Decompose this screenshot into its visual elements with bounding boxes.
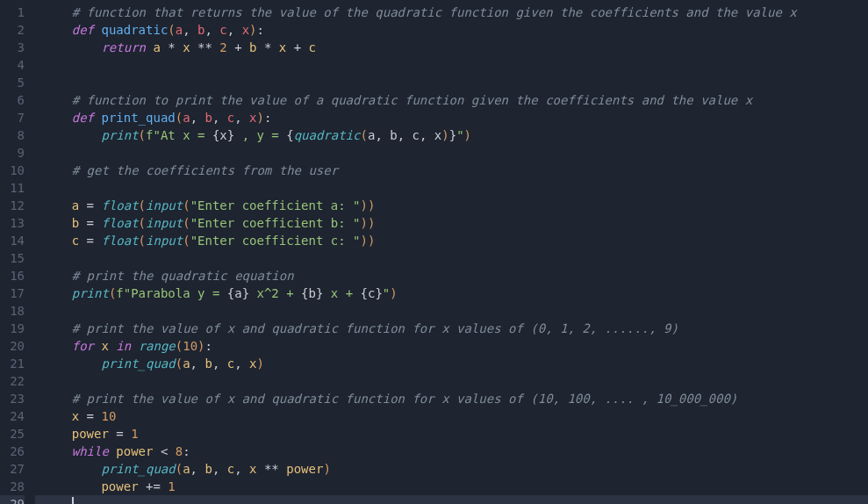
- line-number: 13: [0, 214, 25, 232]
- code-line[interactable]: c = float(input("Enter coefficient c: ")…: [35, 232, 868, 249]
- code-line[interactable]: print_quad(a, b, c, x): [35, 355, 868, 372]
- code-line[interactable]: power += 1: [35, 478, 868, 495]
- code-line[interactable]: [35, 495, 868, 504]
- line-number: 1: [0, 4, 25, 21]
- code-line[interactable]: for x in range(10):: [35, 337, 868, 355]
- code-line[interactable]: [35, 56, 868, 74]
- line-number: 21: [0, 355, 25, 372]
- line-number: 11: [0, 179, 25, 197]
- line-number: 29: [0, 495, 25, 504]
- line-number: 25: [0, 425, 25, 443]
- line-number: 17: [0, 284, 25, 302]
- code-line[interactable]: def print_quad(a, b, c, x):: [35, 109, 868, 126]
- code-line[interactable]: [35, 74, 868, 91]
- code-line[interactable]: [35, 144, 868, 162]
- line-number: 7: [0, 109, 25, 126]
- line-number-gutter: 1234567891011121314151617181920212223242…: [0, 4, 35, 500]
- line-number: 22: [0, 372, 25, 390]
- line-number: 6: [0, 91, 25, 109]
- line-number: 14: [0, 232, 25, 249]
- code-line[interactable]: print_quad(a, b, c, x ** power): [35, 460, 868, 478]
- line-number: 23: [0, 390, 25, 407]
- code-line[interactable]: # print the value of x and quadratic fun…: [35, 320, 868, 337]
- line-number: 19: [0, 320, 25, 337]
- code-line[interactable]: power = 1: [35, 425, 868, 443]
- code-line[interactable]: [35, 249, 868, 267]
- code-line[interactable]: print(f"At x = {x} , y = {quadratic(a, b…: [35, 126, 868, 144]
- code-line[interactable]: [35, 179, 868, 197]
- line-number: 4: [0, 56, 25, 74]
- code-line[interactable]: a = float(input("Enter coefficient a: ")…: [35, 197, 868, 214]
- line-number: 3: [0, 39, 25, 56]
- code-line[interactable]: [35, 302, 868, 320]
- line-number: 15: [0, 249, 25, 267]
- line-number: 9: [0, 144, 25, 162]
- code-area[interactable]: # function that returns the value of the…: [35, 4, 868, 500]
- line-number: 16: [0, 267, 25, 284]
- line-number: 10: [0, 162, 25, 179]
- line-number: 27: [0, 460, 25, 478]
- code-line[interactable]: b = float(input("Enter coefficient b: ")…: [35, 214, 868, 232]
- code-line[interactable]: def quadratic(a, b, c, x):: [35, 21, 868, 39]
- line-number: 12: [0, 197, 25, 214]
- code-line[interactable]: # get the coefficients from the user: [35, 162, 868, 179]
- line-number: 20: [0, 337, 25, 355]
- code-line[interactable]: print(f"Parabola y = {a} x^2 + {b} x + {…: [35, 284, 868, 302]
- code-line[interactable]: [35, 372, 868, 390]
- text-cursor: [72, 497, 74, 504]
- code-line[interactable]: # print the quadratic equation: [35, 267, 868, 284]
- line-number: 26: [0, 443, 25, 460]
- line-number: 18: [0, 302, 25, 320]
- code-line[interactable]: while power < 8:: [35, 443, 868, 460]
- line-number: 2: [0, 21, 25, 39]
- code-line[interactable]: # function that returns the value of the…: [35, 4, 868, 21]
- line-number: 8: [0, 126, 25, 144]
- code-editor[interactable]: 1234567891011121314151617181920212223242…: [0, 4, 868, 500]
- code-line[interactable]: # print the value of x and quadratic fun…: [35, 390, 868, 407]
- code-line[interactable]: return a * x ** 2 + b * x + c: [35, 39, 868, 56]
- code-line[interactable]: x = 10: [35, 407, 868, 425]
- line-number: 24: [0, 407, 25, 425]
- line-number: 5: [0, 74, 25, 91]
- code-line[interactable]: # function to print the value of a quadr…: [35, 91, 868, 109]
- line-number: 28: [0, 478, 25, 495]
